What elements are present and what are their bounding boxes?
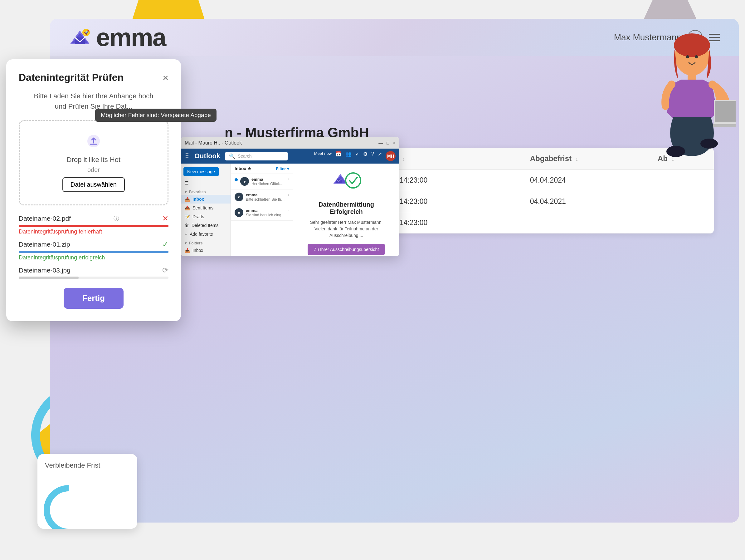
minimize-button[interactable]: — [379,141,383,146]
file-name-row-2: Dateiname-01.zip ✓ [19,240,168,249]
meet-now-label[interactable]: Meet now [314,151,332,161]
file-status-text-1: Datenintegritätsprüfung fehlerhaft [19,228,102,235]
maximize-button[interactable]: □ [387,141,389,146]
sidebar-folder-junk[interactable]: 🚫 Junk Email 1 [181,255,231,256]
dialog-header: Datenintegrität Prüfen × [19,72,168,83]
email-preview-text-2: Bitte schließen Sie Ihre Registrier... [246,197,286,201]
search-placeholder: Search [238,154,252,159]
file-loading-icon: ⟳ [162,266,168,275]
file-name-row-1: Dateiname-02.pdf ⓘ ✕ [19,214,168,223]
email-preview-icon-area [302,171,391,196]
outlook-search-box[interactable]: 🔍 Search [225,152,288,160]
share-icon[interactable]: ↗ [378,151,382,161]
datei-auswaehlen-button[interactable]: Datei auswählen [62,177,125,192]
tasks-icon[interactable]: ✓ [355,151,359,161]
datenintegritaet-dialog: Datenintegrität Prüfen × Bitte Laden Sie… [6,59,181,321]
file-name-row-3: Dateiname-03.jpg ⟳ [19,266,168,275]
upload-drop-text: Drop it like its Hot [26,156,161,164]
svg-text:🚀: 🚀 [84,30,89,35]
svg-rect-18 [715,101,736,122]
fertig-button[interactable]: Fertig [64,288,124,309]
email-item-1[interactable]: e emma Herzlichen Glückwunsch. Ihre Dat.… [231,174,293,189]
sidebar-item-deleted[interactable]: 🗑 Deleted Items [181,221,231,230]
filter-button[interactable]: Filter ▾ [276,166,289,171]
upload-zone[interactable]: Drop it like its Hot oder Datei auswähle… [19,120,168,206]
sidebar-favorites-header: ▾ Favorites [181,187,231,195]
svg-point-12 [674,33,710,57]
add-favorite-icon: + [185,231,187,237]
file-name-1: Dateiname-02.pdf [19,215,71,222]
sidebar-item-sent[interactable]: 📤 Sent Items [181,204,231,212]
close-button[interactable]: × [163,73,168,83]
sort-icon-abgabefrist: ↕ [576,157,578,162]
file-name-3: Dateiname-03.jpg [19,267,70,274]
settings-icon[interactable]: ⚙ [363,151,367,161]
outlook-title: Mail - Mauro H.. - Outlook [185,140,242,146]
progress-bar-container-3 [19,277,168,279]
drafts-icon: 📝 [185,214,190,219]
character-illustration [629,31,736,187]
email-preview-greeting: Sehr geehrter Herr Max Mustermann, Viele… [302,219,391,239]
email-chevron-1: › [288,177,289,181]
dialog-title: Datenintegrität Prüfen [19,72,124,83]
sidebar-folder-inbox[interactable]: 📥 Inbox [181,246,231,255]
svg-point-14 [695,55,698,58]
sidebar-item-inbox[interactable]: 📥 Inbox [181,195,231,204]
email-preview-title: Datenübermittlung Erfolgreich [302,201,391,215]
file-item-2: Dateiname-01.zip ✓ Datenintegritätsprüfu… [19,240,168,261]
sort-icon-abgegeben: ↕ [402,157,404,162]
outlook-email-preview: Datenübermittlung Erfolgreich Sehr geehr… [293,163,399,256]
help-icon[interactable]: ? [371,151,374,161]
bottom-card: Verbleibende Frist [37,454,137,529]
outlook-panel: Mail - Mauro H.. - Outlook — □ × ⠿ Outlo… [181,137,399,256]
info-icon-1[interactable]: ⓘ [114,215,119,222]
cell-abgabefrist [523,212,650,234]
cell-ab [650,191,714,212]
progress-bar-container-2 [19,251,168,253]
file-status-error-icon: ✕ [162,214,168,223]
bottom-card-title: Verbleibende Frist [45,461,130,469]
tooltip-box: Möglicher Fehler sind: Verspätete Abgabe [95,108,217,122]
file-status-text-2: Datenintegritätsprüfung erfolgreich [19,254,105,261]
sidebar-item-add-favorite[interactable]: + Add favorite [181,230,231,239]
outlook-body: New message ☰ ▾ Favorites 📥 Inbox 📤 Sent… [181,163,399,256]
file-item-1: Dateiname-02.pdf ⓘ ✕ Datenintegritätsprü… [19,214,168,235]
email-chevron-2: › [288,193,289,197]
collapse-icon: ☰ [185,180,189,185]
grid-icon[interactable]: ⠿ [185,152,189,160]
upload-icon [26,134,161,152]
email-item-3[interactable]: e emma Sie sind herzlich eingeladen zum.… [231,205,293,221]
email-item-2[interactable]: e emma Bitte schließen Sie Ihre Registri… [231,189,293,205]
logo-icon: 🚀 [69,28,91,47]
email-preview-3: emma Sie sind herzlich eingeladen zum... [246,208,286,217]
calendar-icon[interactable]: 📅 [335,151,342,161]
outlook-toolbar-icons: Meet now 📅 👥 ✓ ⚙ ? ↗ MH [314,151,396,161]
ausschreibung-button[interactable]: Zu Ihrer Ausschreibungsübersicht [307,244,385,255]
user-avatar[interactable]: MH [386,151,396,161]
progress-bar-3 [19,277,78,279]
app-name: emma [96,23,166,52]
svg-point-21 [701,138,718,149]
email-preview-1: emma Herzlichen Glückwunsch. Ihre Dat... [252,177,286,186]
file-status-success-icon: ✓ [162,240,168,249]
new-message-button[interactable]: New message [184,167,219,176]
progress-bar-1 [19,225,168,227]
progress-bar-2 [19,251,168,253]
search-icon: 🔍 [229,153,235,159]
svg-point-13 [686,55,689,58]
sidebar-item-drafts[interactable]: 📝 Drafts [181,212,231,221]
sidebar-item-collapse[interactable]: ☰ [181,179,231,187]
close-window-button[interactable]: × [393,141,396,146]
outlook-email-list: Inbox ★ Filter ▾ e emma Herzlichen Glück… [231,163,293,256]
outlook-sidebar: New message ☰ ▾ Favorites 📥 Inbox 📤 Sent… [181,163,231,256]
sidebar-folders-header: ▾ Folders [181,239,231,246]
file-name-2: Dateiname-01.zip [19,241,70,248]
people-icon[interactable]: 👥 [345,151,352,161]
outlook-toolbar: ⠿ Outlook 🔍 Search Meet now 📅 👥 ✓ ⚙ ? ↗ … [181,149,399,163]
email-preview-2: emma Bitte schließen Sie Ihre Registrier… [246,193,286,201]
email-sender-1: emma [252,177,286,182]
inbox-label: Inbox ★ [235,166,252,171]
email-sender-2: emma [246,193,286,197]
outlook-titlebar-controls: — □ × [379,141,396,146]
sent-icon: 📤 [185,206,190,210]
